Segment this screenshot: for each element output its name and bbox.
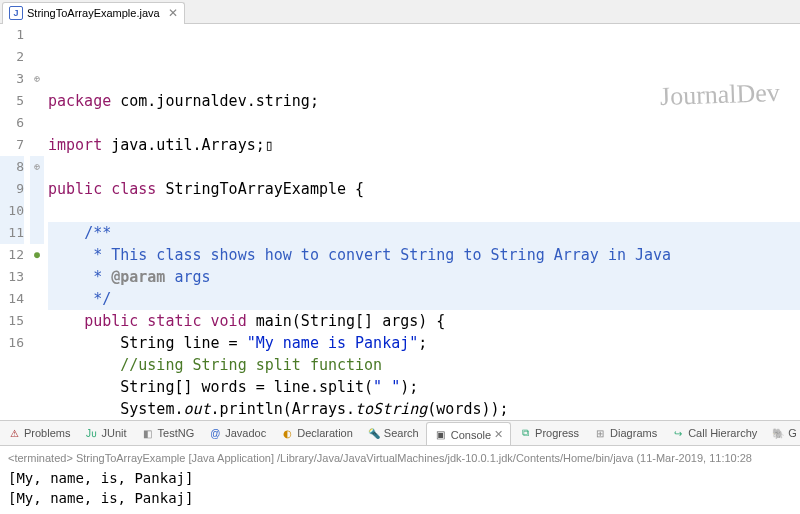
view-tab-diagrams[interactable]: ⊞Diagrams (586, 421, 664, 445)
view-tab-label: Console (451, 429, 491, 441)
token-plain: String[] words = line.split( (48, 378, 373, 396)
view-tab-label: Diagrams (610, 427, 657, 439)
fold-marker-icon[interactable]: ⊕ (30, 68, 44, 90)
token-kw: void (211, 312, 247, 330)
console-path: /Library/Java/JavaVirtualMachines/jdk-10… (277, 452, 633, 464)
search-icon: 🔦 (367, 426, 381, 440)
close-icon[interactable]: ✕ (164, 6, 178, 20)
view-tab-testng[interactable]: ◧TestNG (134, 421, 202, 445)
code-line[interactable]: String line = "My name is Pankaj"; (48, 332, 800, 354)
javadoc-icon: @ (208, 426, 222, 440)
code-line[interactable]: import java.util.Arrays;▯ (48, 134, 800, 156)
token-kw: static (147, 312, 201, 330)
token-plain: java.util.Arrays; (102, 136, 265, 154)
view-tab-label: Progress (535, 427, 579, 439)
line-number: 9 (0, 178, 24, 200)
token-jdoc: /** (84, 224, 111, 242)
line-number: 1 (0, 24, 24, 46)
g-icon: 🐘 (771, 426, 785, 440)
token-jdoc: * (93, 268, 111, 286)
view-tab-progress[interactable]: ⧉Progress (511, 421, 586, 445)
code-line[interactable]: System.out.println(Arrays.toString(words… (48, 398, 800, 420)
marker-empty (30, 222, 44, 244)
line-number: 15 (0, 310, 24, 332)
marker-empty (30, 112, 44, 134)
marker-empty (30, 266, 44, 288)
code-line[interactable]: //using String split function (48, 354, 800, 376)
token-kw: package (48, 92, 111, 110)
code-line[interactable]: public static void main(String[] args) { (48, 310, 800, 332)
line-number: 6 (0, 112, 24, 134)
editor-tab[interactable]: J StringToArrayExample.java ✕ (2, 2, 185, 24)
token-plain (102, 180, 111, 198)
console-output-line: [My, name, is, Pankaj] (8, 488, 792, 508)
view-tab-declaration[interactable]: ◐Declaration (273, 421, 360, 445)
view-tab-call-hierarchy[interactable]: ↪Call Hierarchy (664, 421, 764, 445)
view-tab-label: Declaration (297, 427, 353, 439)
diagrams-icon: ⊞ (593, 426, 607, 440)
marker-empty (30, 24, 44, 46)
view-tab-search[interactable]: 🔦Search (360, 421, 426, 445)
token-jdoc-tag: @param (111, 268, 165, 286)
progress-icon: ⧉ (518, 426, 532, 440)
junit-icon: Jᴜ (84, 426, 98, 440)
view-tab-g[interactable]: 🐘G (764, 421, 800, 445)
code-line[interactable]: public class StringToArrayExample { (48, 178, 800, 200)
line-number: 2 (0, 46, 24, 68)
token-plain: ▯ (265, 136, 274, 154)
token-plain (202, 312, 211, 330)
marker-empty (30, 310, 44, 332)
token-kw: import (48, 136, 102, 154)
views-tab-bar: ⚠ProblemsJᴜJUnit◧TestNG@Javadoc◐Declarat… (0, 420, 800, 446)
token-kw: public (84, 312, 138, 330)
marker-empty (30, 200, 44, 222)
token-plain: (words)); (427, 400, 508, 418)
line-number: 8 (0, 156, 24, 178)
token-plain: main(String[] args) { (247, 312, 446, 330)
token-plain: ); (400, 378, 418, 396)
marker-empty (30, 288, 44, 310)
token-kw: public (48, 180, 102, 198)
token-plain: ; (418, 334, 427, 352)
token-jdoc: args (165, 268, 210, 286)
view-tab-junit[interactable]: JᴜJUnit (77, 421, 133, 445)
view-tab-console[interactable]: ▣Console ✕ (426, 422, 511, 446)
line-number: 13 (0, 266, 24, 288)
line-number: 14 (0, 288, 24, 310)
code-line[interactable]: * This class shows how to convert String… (48, 244, 800, 266)
code-line[interactable]: */ (48, 288, 800, 310)
code-line[interactable]: /** (48, 222, 800, 244)
java-file-icon: J (9, 6, 23, 20)
token-plain: String line = (48, 334, 247, 352)
line-number: 7 (0, 134, 24, 156)
token-plain (138, 312, 147, 330)
console-status: <terminated> (8, 452, 73, 464)
view-tab-problems[interactable]: ⚠Problems (0, 421, 77, 445)
marker-empty (30, 134, 44, 156)
console-output[interactable]: [My, name, is, Pankaj][My, name, is, Pan… (8, 468, 792, 508)
close-icon[interactable]: ✕ (494, 428, 503, 441)
code-line[interactable] (48, 156, 800, 178)
code-line[interactable] (48, 112, 800, 134)
code-line[interactable] (48, 200, 800, 222)
token-plain: .println(Arrays. (211, 400, 356, 418)
token-jdoc: * This class shows how to convert String… (93, 246, 671, 264)
fold-marker-icon[interactable]: ⊕ (30, 156, 44, 178)
view-tab-javadoc[interactable]: @Javadoc (201, 421, 273, 445)
view-tab-label: TestNG (158, 427, 195, 439)
line-number: 11 (0, 222, 24, 244)
code-line[interactable]: * @param args (48, 266, 800, 288)
token-kw: class (111, 180, 156, 198)
token-plain: System. (48, 400, 183, 418)
marker-column: ⊕ ⊕ ● (30, 24, 44, 420)
line-number: 3 (0, 68, 24, 90)
code-area[interactable]: JournalDev package com.journaldev.string… (44, 24, 800, 420)
token-comment: //using String split function (120, 356, 382, 374)
testng-icon: ◧ (141, 426, 155, 440)
marker-empty (30, 332, 44, 354)
editor-tab-label: StringToArrayExample.java (27, 7, 160, 19)
code-editor[interactable]: 1235678910111213141516 ⊕ ⊕ ● JournalDev … (0, 24, 800, 420)
code-line[interactable]: String[] words = line.split(" "); (48, 376, 800, 398)
code-line[interactable]: package com.journaldev.string; (48, 90, 800, 112)
line-number: 16 (0, 332, 24, 354)
